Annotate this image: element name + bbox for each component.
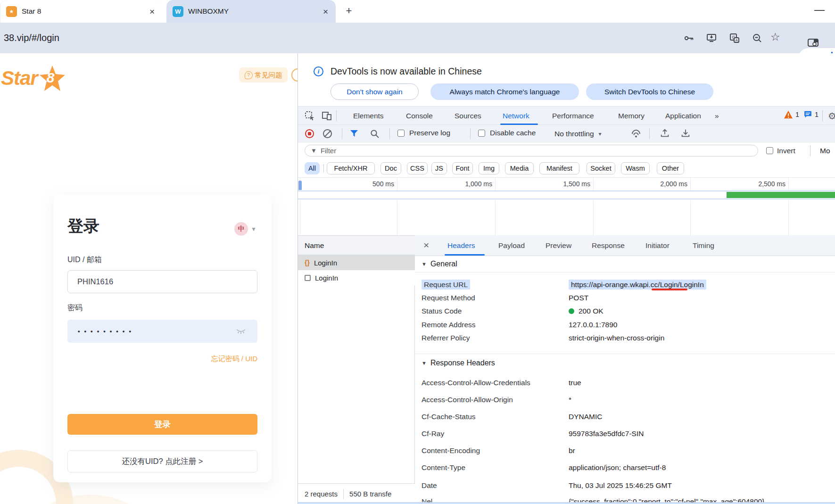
close-tab-icon[interactable]: × xyxy=(149,7,155,16)
search-icon[interactable] xyxy=(370,129,380,139)
gridline xyxy=(495,178,496,235)
divider xyxy=(343,489,344,499)
header-value: true xyxy=(569,376,581,389)
chip-media[interactable]: Media xyxy=(505,162,534,174)
site-logo[interactable]: Star 8 xyxy=(1,65,66,91)
header-row: Content-Encoding br xyxy=(415,444,835,457)
tab-console[interactable]: Console xyxy=(406,107,433,125)
warning-triangle-icon xyxy=(784,110,793,119)
tab-initiator[interactable]: Initiator xyxy=(645,235,670,256)
new-tab-button[interactable]: + xyxy=(342,5,355,18)
tab-payload[interactable]: Payload xyxy=(498,235,525,256)
warnings-counter[interactable]: 1 xyxy=(784,110,799,119)
general-section-header[interactable]: ▼General xyxy=(422,260,457,268)
header-name: Request Method xyxy=(422,291,475,305)
network-overview[interactable] xyxy=(298,190,835,200)
address-input[interactable]: 38.vip/#/login xyxy=(4,23,59,53)
chip-wasm[interactable]: Wasm xyxy=(621,162,650,174)
tab-preview[interactable]: Preview xyxy=(546,235,571,256)
filter-placeholder: Filter xyxy=(321,147,336,155)
header-name: Date xyxy=(422,479,437,492)
disable-cache-checkbox[interactable] xyxy=(478,130,485,137)
close-icon[interactable]: × xyxy=(423,235,429,256)
filter-funnel-icon[interactable] xyxy=(350,130,358,137)
browser-tab-winboxmy[interactable]: W WINBOXMY × xyxy=(166,0,336,23)
dont-show-again-button[interactable]: Don't show again xyxy=(331,83,419,100)
export-har-icon[interactable] xyxy=(680,128,691,139)
password-key-icon[interactable] xyxy=(683,33,694,44)
header-value: DYNAMIC xyxy=(569,410,602,423)
close-tab-icon[interactable]: × xyxy=(323,7,328,16)
zoom-out-icon[interactable] xyxy=(752,33,763,44)
register-link-button[interactable]: 还没有UID? 点此注册 > xyxy=(67,450,257,472)
record-button[interactable] xyxy=(305,129,314,138)
preserve-log-checkbox[interactable] xyxy=(397,130,405,137)
match-language-button[interactable]: Always match Chrome's language xyxy=(430,83,579,100)
bookmark-star-icon[interactable]: ☆ xyxy=(770,31,782,42)
bottom-scroll-strip[interactable] xyxy=(298,502,835,504)
ruler-tick: 500 ms xyxy=(347,178,394,190)
header-row: Content-Type application/json; charset=u… xyxy=(415,461,835,474)
devtools-panel: i DevTools is now available in Chinese D… xyxy=(298,53,835,504)
forgot-password-link[interactable]: 忘记密码 / UID xyxy=(211,355,257,364)
chip-other[interactable]: Other xyxy=(657,162,684,174)
translate-icon[interactable]: G A xyxy=(729,33,740,44)
tab-application[interactable]: Application xyxy=(665,107,701,125)
header-row: Access-Control-Allow-Credentials true xyxy=(415,376,835,389)
eye-closed-icon[interactable] xyxy=(236,328,246,335)
request-row[interactable]: LoginIn xyxy=(298,270,415,285)
tab-network[interactable]: Network xyxy=(503,107,529,125)
request-row-selected[interactable]: {} LoginIn xyxy=(298,255,415,270)
filter-input[interactable]: ▼ Filter xyxy=(305,145,758,157)
tab-response[interactable]: Response xyxy=(592,235,625,256)
invert-checkbox[interactable] xyxy=(766,147,773,154)
tab-performance[interactable]: Performance xyxy=(552,107,594,125)
tab-title: Star 8 xyxy=(22,7,41,16)
triangle-down-icon: ▼ xyxy=(422,360,427,366)
uid-field[interactable] xyxy=(67,270,257,293)
switch-to-chinese-button[interactable]: Switch DevTools to Chinese xyxy=(586,83,713,100)
chip-css[interactable]: CSS xyxy=(407,162,428,174)
install-app-icon[interactable] xyxy=(706,33,717,44)
faq-button[interactable]: ? 常见问题 xyxy=(239,67,288,83)
browser-tab-star8[interactable]: ★ Star 8 × xyxy=(0,0,162,23)
tab-memory[interactable]: Memory xyxy=(618,107,645,125)
request-type-chips: All Fetch/XHR Doc CSS JS Font Img Media … xyxy=(298,159,835,178)
import-har-icon[interactable] xyxy=(660,128,670,139)
divider xyxy=(415,354,835,354)
device-toolbar-icon[interactable] xyxy=(322,111,332,121)
tab-elements[interactable]: Elements xyxy=(353,107,384,125)
tab-timing[interactable]: Timing xyxy=(693,235,714,256)
window-minimize-button[interactable]: — xyxy=(814,4,825,16)
throttling-dropdown[interactable]: No throttling ▾ xyxy=(554,125,602,142)
chip-all[interactable]: All xyxy=(305,162,320,174)
clear-log-icon[interactable] xyxy=(323,129,332,138)
login-button[interactable]: 登录 xyxy=(67,414,257,435)
devtools-tabbar: Elements Console Sources Network Perform… xyxy=(298,107,835,125)
chip-manifest[interactable]: Manifest xyxy=(539,162,579,174)
password-field[interactable]: ••••••••• xyxy=(67,320,257,343)
tab-headers[interactable]: Headers xyxy=(447,235,475,256)
chip-font[interactable]: Font xyxy=(452,162,473,174)
chip-js[interactable]: JS xyxy=(431,162,447,174)
name-column-header[interactable]: Name xyxy=(298,235,415,255)
tab-search-icon[interactable] xyxy=(807,37,818,49)
chip-socket[interactable]: Socket xyxy=(587,162,615,174)
chip-img[interactable]: Img xyxy=(479,162,499,174)
tab-strip: ★ Star 8 × W WINBOXMY × + — xyxy=(0,0,835,23)
chip-fetch-xhr[interactable]: Fetch/XHR xyxy=(327,162,375,174)
chip-doc[interactable]: Doc xyxy=(380,162,401,174)
settings-gear-icon[interactable]: ⚙ xyxy=(828,110,835,122)
network-conditions-icon[interactable] xyxy=(630,128,642,139)
messages-counter[interactable]: 1 xyxy=(803,110,818,119)
header-name: Status Code xyxy=(422,305,462,318)
more-tabs-chevron[interactable]: » xyxy=(715,107,719,125)
login-heading: 登录 xyxy=(67,215,99,237)
tab-sources[interactable]: Sources xyxy=(455,107,481,125)
response-headers-section-header[interactable]: ▼Response Headers xyxy=(422,359,495,367)
active-tab-underline xyxy=(445,254,485,256)
language-selector[interactable]: 中 ▼ xyxy=(234,222,256,236)
invert-filter[interactable]: Invert xyxy=(766,142,795,159)
star8-favicon-icon: ★ xyxy=(6,6,17,17)
inspect-element-icon[interactable] xyxy=(305,111,315,121)
